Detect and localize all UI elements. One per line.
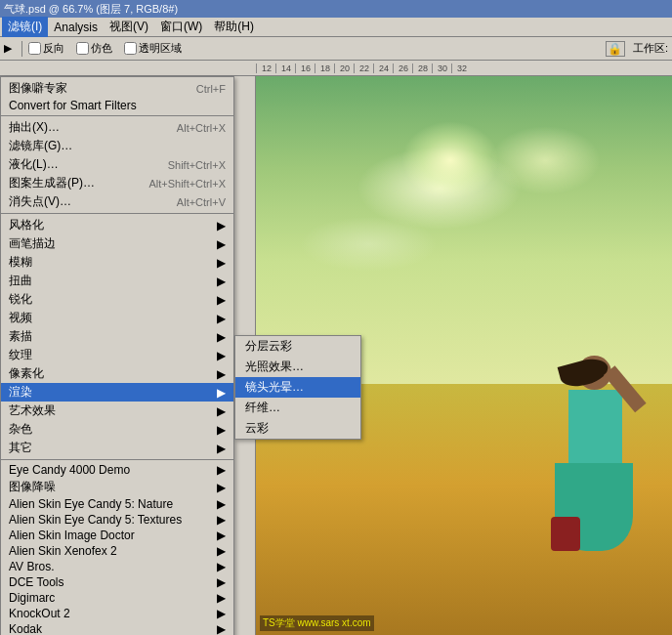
menu-item-brushstrokes[interactable]: 画笔描边 ▶ <box>1 234 233 253</box>
menu-item-distort[interactable]: 扭曲 ▶ <box>1 272 233 290</box>
menu-item-filter-gallery[interactable]: 滤镜库(G)… <box>1 137 233 155</box>
menu-item-image-noise[interactable]: 图像降噪 ▶ <box>1 478 233 496</box>
ruler-mark-9: 30 <box>432 64 451 73</box>
menu-help[interactable]: 帮助(H) <box>208 17 260 37</box>
menu-item-专家[interactable]: 图像噼专家 Ctrl+F <box>1 79 233 98</box>
menu-item-vanishing[interactable]: 消失点(V)… Alt+Ctrl+V <box>1 192 233 211</box>
menu-item-render[interactable]: 渲染 ▶ <box>1 383 233 402</box>
toolbar-divider-1 <box>21 41 22 57</box>
menu-window[interactable]: 窗口(W) <box>154 17 208 37</box>
imitate-checkbox[interactable]: 仿色 <box>76 41 112 56</box>
toolbar: ▶ 反向 仿色 透明区域 🔒 工作区: <box>0 37 672 61</box>
menu-section-3: 风格化 ▶ 画笔描边 ▶ 模糊 ▶ 扭曲 ▶ 锐化 ▶ <box>1 214 233 460</box>
ruler-mark-6: 24 <box>373 64 393 73</box>
menu-section-2: 抽出(X)… Alt+Ctrl+X 滤镜库(G)… 液化(L)… Shift+C… <box>1 116 233 214</box>
main-area: 图像噼专家 Ctrl+F Convert for Smart Filters 抽… <box>0 76 672 635</box>
imitate-label: 仿色 <box>91 41 112 56</box>
filter-dropdown: 图像噼专家 Ctrl+F Convert for Smart Filters 抽… <box>0 76 234 635</box>
ruler-marks: 12 14 16 18 20 22 24 26 28 30 32 <box>256 64 471 73</box>
ruler: 12 14 16 18 20 22 24 26 28 30 32 <box>0 61 672 76</box>
render-submenu: 分层云彩 光照效果… 镜头光晕… 纤维… 云彩 <box>234 335 361 440</box>
menu-section-1: 图像噼专家 Ctrl+F Convert for Smart Filters <box>1 77 233 116</box>
ruler-mark-2: 16 <box>295 64 315 73</box>
submenu-item-lighting[interactable]: 光照效果… <box>235 357 360 377</box>
submenu-item-lens-flare[interactable]: 镜头光晕… <box>235 377 360 398</box>
menu-item-smart-filters[interactable]: Convert for Smart Filters <box>1 98 233 113</box>
menu-item-alien-xenofex[interactable]: Alien Skin Xenofex 2 ▶ <box>1 543 233 559</box>
menu-item-other[interactable]: 其它 ▶ <box>1 439 233 457</box>
title-text: 气球.psd @ 66.7% (图层 7, RGB/8#) <box>4 2 178 17</box>
menu-item-pattern[interactable]: 图案生成器(P)… Alt+Shift+Ctrl+X <box>1 174 233 192</box>
menu-item-digimarc[interactable]: Digimarc ▶ <box>1 590 233 606</box>
menu-item-texture[interactable]: 纹理 ▶ <box>1 346 233 364</box>
ruler-mark-5: 22 <box>354 64 373 73</box>
transparent-label: 透明区域 <box>139 41 182 56</box>
reverse-checkbox[interactable]: 反向 <box>28 41 64 56</box>
menu-bar: 滤镜(I) Analysis 视图(V) 窗口(W) 帮助(H) <box>0 18 672 37</box>
person-body <box>568 390 622 468</box>
menu-item-dce-tools[interactable]: DCE Tools ▶ <box>1 574 233 590</box>
left-panel: 图像噼专家 Ctrl+F Convert for Smart Filters 抽… <box>0 76 256 635</box>
sun-glow <box>401 121 499 199</box>
menu-section-4: Eye Candy 4000 Demo ▶ 图像降噪 ▶ Alien Skin … <box>1 460 233 635</box>
workspace-label: 工作区: <box>633 41 668 56</box>
ruler-mark-7: 26 <box>393 64 412 73</box>
ruler-mark-10: 32 <box>451 64 471 73</box>
ruler-mark-0: 12 <box>256 64 275 73</box>
menu-view[interactable]: 视图(V) <box>104 17 154 37</box>
ruler-mark-3: 18 <box>315 64 334 73</box>
ruler-mark-8: 28 <box>412 64 432 73</box>
menu-item-video[interactable]: 视频 ▶ <box>1 309 233 327</box>
ruler-mark-4: 20 <box>334 64 354 73</box>
menu-item-pixelate[interactable]: 像素化 ▶ <box>1 364 233 383</box>
imitate-check[interactable] <box>76 42 89 55</box>
menu-item-sharpen[interactable]: 锐化 ▶ <box>1 290 233 309</box>
menu-item-alien-image-doctor[interactable]: Alien Skin Image Doctor ▶ <box>1 528 233 543</box>
menu-item-liquify[interactable]: 液化(L)… Shift+Ctrl+X <box>1 155 233 174</box>
transparent-check[interactable] <box>124 42 137 55</box>
menu-item-extract[interactable]: 抽出(X)… Alt+Ctrl+X <box>1 118 233 137</box>
menu-item-artistic[interactable]: 艺术效果 ▶ <box>1 402 233 420</box>
menu-filter[interactable]: 滤镜(I) <box>2 17 48 37</box>
bag <box>551 517 580 551</box>
menu-item-knockout[interactable]: KnockOut 2 ▶ <box>1 606 233 621</box>
menu-item-sketch[interactable]: 素描 ▶ <box>1 327 233 346</box>
menu-item-kodak[interactable]: Kodak ▶ <box>1 621 233 635</box>
lock-icon[interactable]: 🔒 <box>606 41 625 57</box>
menu-item-av-bros[interactable]: AV Bros. ▶ <box>1 559 233 574</box>
menu-item-eye-candy-demo[interactable]: Eye Candy 4000 Demo ▶ <box>1 462 233 478</box>
menu-item-alien-nature[interactable]: Alien Skin Eye Candy 5: Nature ▶ <box>1 496 233 512</box>
menu-analysis[interactable]: Analysis <box>48 19 104 36</box>
title-bar: 气球.psd @ 66.7% (图层 7, RGB/8#) <box>0 0 672 18</box>
toolbar-arrow[interactable]: ▶ <box>4 42 12 55</box>
menu-item-blur[interactable]: 模糊 ▶ <box>1 253 233 272</box>
submenu-item-cloud-diff[interactable]: 分层云彩 <box>235 336 360 357</box>
watermark: TS学堂 www.sars xt.com <box>260 615 374 631</box>
ruler-mark-1: 14 <box>275 64 295 73</box>
submenu-item-fiber[interactable]: 纤维… <box>235 398 360 418</box>
submenu-item-cloud[interactable]: 云彩 <box>235 418 360 439</box>
reverse-label: 反向 <box>43 41 64 56</box>
menu-item-stylize[interactable]: 风格化 ▶ <box>1 216 233 234</box>
menu-item-noise[interactable]: 杂色 ▶ <box>1 420 233 439</box>
reverse-check[interactable] <box>28 42 41 55</box>
transparent-checkbox[interactable]: 透明区域 <box>124 41 182 56</box>
menu-item-alien-textures[interactable]: Alien Skin Eye Candy 5: Textures ▶ <box>1 512 233 528</box>
